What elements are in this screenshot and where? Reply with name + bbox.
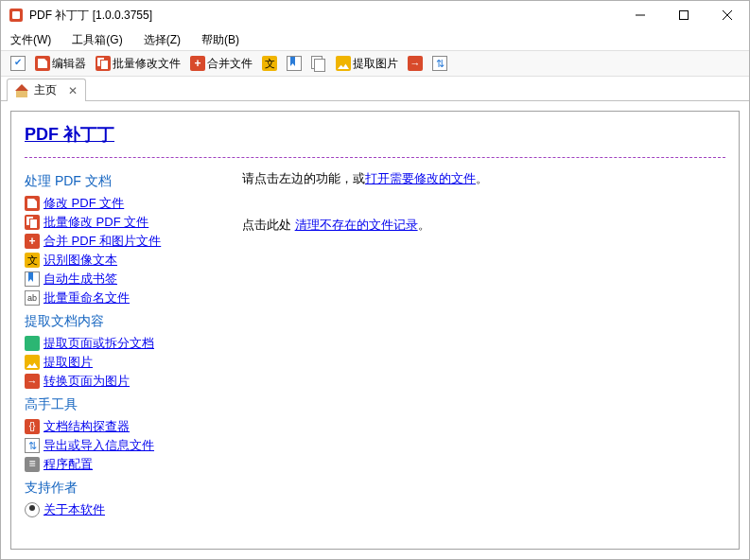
function-link[interactable]: 转换页面为图片 <box>44 373 130 390</box>
svg-rect-1 <box>680 11 689 20</box>
function-link[interactable]: 提取页面或拆分文档 <box>44 335 154 352</box>
toolbar-label: 合并文件 <box>207 56 253 72</box>
list-item: 修改 PDF 文件 <box>25 194 223 213</box>
function-link[interactable]: 自动生成书签 <box>44 271 117 288</box>
function-link[interactable]: 程序配置 <box>44 456 93 473</box>
link-list: 修改 PDF 文件批量修改 PDF 文件合并 PDF 和图片文件识别图像文本自动… <box>25 194 223 307</box>
menu-select[interactable]: 选择(Z) <box>140 30 184 50</box>
item-icon <box>25 196 40 211</box>
check-icon <box>10 56 26 71</box>
list-item: 批量修改 PDF 文件 <box>25 213 223 232</box>
batch-icon <box>96 56 111 71</box>
toolbar-copy-button[interactable] <box>307 54 330 73</box>
close-button[interactable] <box>706 1 749 29</box>
toolbar: 编辑器批量修改文件合并文件提取图片 <box>1 50 749 77</box>
function-link[interactable]: 文档结构探查器 <box>44 418 130 435</box>
page-title[interactable]: PDF 补丁丁 <box>25 123 114 146</box>
list-item: 关于本软件 <box>25 500 223 519</box>
section-title: 处理 PDF 文档 <box>25 173 223 190</box>
list-item: 合并 PDF 和图片文件 <box>25 232 223 251</box>
toolbar-label: 批量修改文件 <box>113 56 181 72</box>
menu-help[interactable]: 帮助(B) <box>198 30 243 50</box>
content-area: PDF 补丁丁 处理 PDF 文档修改 PDF 文件批量修改 PDF 文件合并 … <box>1 101 749 559</box>
link-list: 提取页面或拆分文档提取图片转换页面为图片 <box>25 334 223 391</box>
list-item: 程序配置 <box>25 455 223 474</box>
extract-img-icon <box>336 56 351 71</box>
item-icon <box>25 355 40 370</box>
toolbar-export-button[interactable] <box>428 54 451 73</box>
function-link[interactable]: 关于本软件 <box>44 501 105 518</box>
menubar: 文件(W) 工具箱(G) 选择(Z) 帮助(B) <box>1 29 749 50</box>
open-file-link[interactable]: 打开需要修改的文件 <box>365 171 476 185</box>
list-item: 批量重命名文件 <box>25 289 223 307</box>
toolbar-label: 提取图片 <box>353 56 398 72</box>
toolbar-label: 编辑器 <box>52 56 86 72</box>
maximize-icon <box>679 10 689 20</box>
link-list: 文档结构探查器导出或导入信息文件程序配置 <box>25 417 223 474</box>
menu-file[interactable]: 文件(W) <box>7 30 55 50</box>
cleanup-link[interactable]: 清理不存在的文件记录 <box>295 218 418 232</box>
function-list: 处理 PDF 文档修改 PDF 文件批量修改 PDF 文件合并 PDF 和图片文… <box>25 167 223 519</box>
tab-label: 主页 <box>34 82 57 98</box>
list-item: 文档结构探查器 <box>25 417 223 436</box>
convert-icon <box>408 56 423 71</box>
function-link[interactable]: 提取图片 <box>44 354 93 371</box>
toolbar-convert-button[interactable] <box>404 54 427 73</box>
app-icon <box>9 8 24 23</box>
tab-close-button[interactable]: ✕ <box>68 84 78 97</box>
maximize-button[interactable] <box>662 1 706 29</box>
toolbar-batch-button[interactable]: 批量修改文件 <box>92 54 184 74</box>
tab-home[interactable]: 主页 ✕ <box>7 79 86 101</box>
copy-icon <box>311 56 326 71</box>
text: 。 <box>418 218 430 232</box>
list-item: 导出或导入信息文件 <box>25 436 223 455</box>
ocr-icon <box>262 56 277 71</box>
close-icon <box>723 10 732 20</box>
merge-icon <box>190 56 205 71</box>
function-link[interactable]: 批量修改 PDF 文件 <box>44 214 148 231</box>
item-icon <box>25 419 40 434</box>
toolbar-bookmark-button[interactable] <box>283 54 305 73</box>
minimize-icon <box>636 10 645 20</box>
home-page: PDF 补丁丁 处理 PDF 文档修改 PDF 文件批量修改 PDF 文件合并 … <box>10 111 740 550</box>
function-link[interactable]: 合并 PDF 和图片文件 <box>44 233 161 250</box>
text: 请点击左边的功能，或 <box>242 171 365 185</box>
function-link[interactable]: 导出或导入信息文件 <box>44 437 154 454</box>
list-item: 自动生成书签 <box>25 270 223 289</box>
list-item: 提取页面或拆分文档 <box>25 334 223 353</box>
toolbar-extract-img-button[interactable]: 提取图片 <box>332 54 402 74</box>
item-icon <box>25 234 40 249</box>
link-list: 关于本软件 <box>25 500 223 519</box>
toolbar-editor-button[interactable]: 编辑器 <box>31 54 90 74</box>
window-title: PDF 补丁丁 [1.0.0.3755] <box>29 8 152 24</box>
toolbar-merge-button[interactable]: 合并文件 <box>186 54 256 74</box>
export-icon <box>432 56 447 71</box>
text: 点击此处 <box>242 218 295 232</box>
section-title: 高手工具 <box>25 396 223 413</box>
tabstrip: 主页 ✕ <box>1 77 749 101</box>
item-icon <box>25 374 40 389</box>
item-icon <box>25 290 40 306</box>
function-link[interactable]: 批量重命名文件 <box>44 289 130 306</box>
toolbar-ocr-button[interactable] <box>258 54 281 73</box>
menu-toolbox[interactable]: 工具箱(G) <box>68 30 126 50</box>
item-icon <box>25 215 40 230</box>
list-item: 识别图像文本 <box>25 251 223 270</box>
text: 。 <box>476 171 488 185</box>
section-title: 提取文档内容 <box>25 313 223 330</box>
item-icon <box>25 502 40 517</box>
list-item: 提取图片 <box>25 353 223 372</box>
function-link[interactable]: 修改 PDF 文件 <box>44 195 124 212</box>
item-icon <box>25 271 40 287</box>
list-item: 转换页面为图片 <box>25 372 223 391</box>
section-title: 支持作者 <box>25 480 223 497</box>
bookmark-icon <box>287 56 302 71</box>
editor-icon <box>35 56 50 71</box>
function-link[interactable]: 识别图像文本 <box>44 252 117 269</box>
welcome-text: 请点击左边的功能，或打开需要修改的文件。 点击此处 清理不存在的文件记录。 <box>242 167 725 519</box>
item-icon <box>25 457 40 472</box>
toolbar-check-button[interactable] <box>7 54 29 73</box>
item-icon <box>25 438 40 453</box>
app-window: PDF 补丁丁 [1.0.0.3755] 文件(W) 工具箱(G) 选择(Z) … <box>0 0 750 560</box>
minimize-button[interactable] <box>619 1 662 29</box>
